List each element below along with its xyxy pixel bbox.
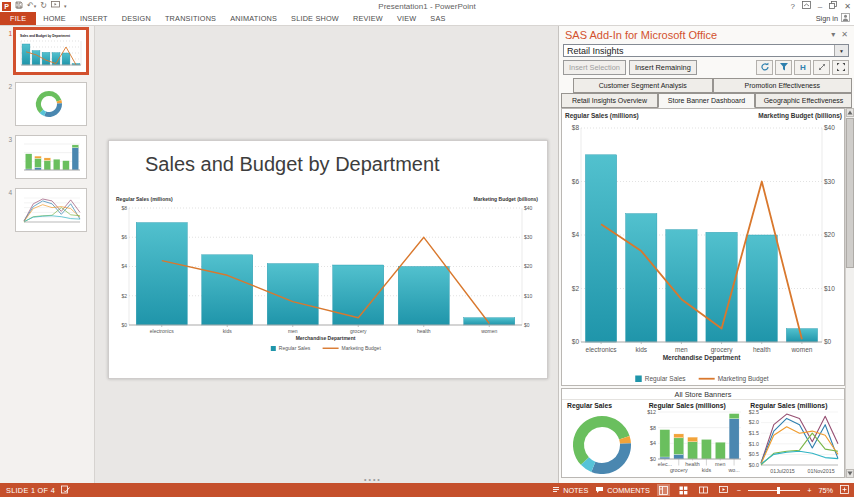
tab-view[interactable]: VIEW [390, 12, 423, 25]
resize-icon[interactable] [813, 60, 830, 75]
tab-animations[interactable]: ANIMATIONS [223, 12, 284, 25]
expand-icon[interactable] [832, 60, 849, 75]
thumbnail-image[interactable] [15, 82, 87, 126]
svg-text:01Nov2015: 01Nov2015 [808, 468, 835, 474]
mini-chart-title: Regular Sales (millions) [750, 402, 844, 409]
svg-text:$1.5: $1.5 [749, 430, 759, 436]
slide-sorter-view-button[interactable] [677, 484, 690, 496]
sign-in[interactable]: Sign in [816, 12, 854, 25]
thumbnail-slide-3[interactable]: 3 [3, 135, 90, 179]
svg-text:01Jul2015: 01Jul2015 [771, 468, 796, 474]
svg-text:$4: $4 [650, 440, 656, 446]
tab-file[interactable]: FILE [0, 12, 36, 25]
minimize-icon[interactable]: – [818, 2, 822, 11]
thumbnail-image[interactable] [15, 188, 87, 232]
slideshow-view-button[interactable] [717, 484, 730, 496]
svg-text:Marketing Budget (billions): Marketing Budget (billions) [758, 112, 842, 120]
spellcheck-icon[interactable] [61, 485, 70, 496]
dropdown-arrow-icon[interactable]: ▼ [834, 45, 848, 56]
svg-text:kids: kids [223, 328, 232, 334]
svg-text:Merchandise Department: Merchandise Department [296, 335, 356, 341]
mini-bar-chart[interactable]: Regular Sales (millions) $0$4$8$12elec..… [644, 400, 746, 479]
properties-icon[interactable]: H [794, 60, 811, 75]
thumbnail-image[interactable]: Sales and Budget by Department [15, 29, 87, 73]
scroll-down-icon[interactable] [846, 469, 854, 478]
notes-button[interactable]: NOTES [552, 486, 588, 495]
svg-text:health: health [417, 328, 431, 334]
notes-icon [552, 486, 560, 494]
scrollbar-thumb[interactable] [846, 118, 854, 268]
fit-slide-button[interactable] [840, 485, 849, 496]
slide-title[interactable]: Sales and Budget by Department [145, 153, 440, 176]
tab-insert[interactable]: INSERT [73, 12, 115, 25]
powerpoint-window: P ↶▾ ↻ ▾ Presentation1 - PowerPoint ? – … [0, 0, 854, 497]
tab-sas[interactable]: SAS [423, 12, 452, 25]
zoom-slider-thumb[interactable] [777, 487, 780, 494]
refresh-icon[interactable] [756, 60, 773, 75]
report-selector[interactable]: Retail Insights ▼ [563, 44, 849, 57]
mini-line-chart[interactable]: Regular Sales (millions) $0.0$0.5$1.0$1.… [745, 400, 844, 479]
normal-view-button[interactable] [657, 484, 670, 496]
comments-button[interactable]: COMMENTS [595, 486, 650, 495]
slide-chart[interactable]: $0$0$2$10$4$20$6$30$8$40electronicskidsm… [115, 195, 539, 357]
thumbnail-number: 4 [3, 188, 15, 232]
svg-text:$8: $8 [121, 205, 127, 211]
zoom-level[interactable]: 75% [818, 486, 833, 495]
svg-text:kids: kids [701, 467, 711, 473]
thumbnail-slide-4[interactable]: 4 [3, 188, 90, 232]
svg-text:health: health [753, 346, 771, 353]
svg-text:men: men [288, 328, 298, 334]
tab-review[interactable]: REVIEW [346, 12, 390, 25]
svg-text:$20: $20 [824, 231, 835, 238]
zoom-in-button[interactable]: + [807, 486, 811, 495]
notes-label: NOTES [563, 486, 588, 495]
restore-icon[interactable] [829, 1, 837, 11]
thumbnail-image[interactable] [15, 135, 87, 179]
banners-title: All Store Banners [562, 389, 844, 400]
scroll-up-icon[interactable] [846, 108, 854, 117]
comments-label: COMMENTS [607, 486, 650, 495]
ribbon-display-options-icon[interactable] [802, 1, 811, 11]
tab-geographic-effectiveness[interactable]: Geographic Effectiveness [755, 93, 852, 108]
thumbnail-slide-1[interactable]: 1 Sales and Budget by Department [3, 29, 90, 73]
svg-text:$8: $8 [572, 124, 580, 131]
svg-text:$8: $8 [650, 425, 656, 431]
svg-text:H: H [800, 63, 806, 72]
sas-panel: SAS Add-In for Microsoft Office ▾ ✕ Reta… [558, 26, 854, 483]
svg-text:Regular Sales (millions): Regular Sales (millions) [116, 196, 173, 202]
dashboard-main-chart[interactable]: $0$0$2$10$4$20$6$30$8$40electronicskidsm… [561, 108, 845, 386]
tab-slide-show[interactable]: SLIDE SHOW [284, 12, 346, 25]
tab-promotion-effectiveness[interactable]: Promotion Effectiveness [713, 78, 853, 93]
insert-selection-button[interactable]: Insert Selection [563, 60, 626, 75]
all-store-banners-section: All Store Banners Regular Sales Regular … [561, 388, 845, 478]
zoom-slider[interactable] [748, 490, 800, 491]
close-icon[interactable]: ✕ [844, 2, 851, 11]
slide-indicator[interactable]: SLIDE 1 OF 4 [6, 486, 55, 495]
help-icon[interactable]: ? [790, 2, 794, 11]
title-bar: P ↶▾ ↻ ▾ Presentation1 - PowerPoint ? – … [0, 0, 854, 12]
svg-text:Marketing Budget: Marketing Budget [718, 375, 769, 383]
tab-design[interactable]: DESIGN [115, 12, 158, 25]
notes-splitter[interactable]: •••• [364, 476, 382, 483]
pane-options-icon[interactable]: ▾ [831, 30, 835, 39]
slide-canvas[interactable]: Sales and Budget by Department $0$0$2$10… [108, 140, 548, 379]
tab-retail-insights-overview[interactable]: Retail Insights Overview [561, 93, 658, 108]
insert-remaining-button[interactable]: Insert Remaining [629, 60, 697, 75]
scrollbar-vertical[interactable] [845, 108, 854, 478]
tab-home[interactable]: HOME [36, 12, 73, 25]
status-bar: SLIDE 1 OF 4 NOTES COMMENTS − + 75% [0, 483, 854, 497]
svg-text:health: health [685, 461, 699, 467]
thumbnail-slide-2[interactable]: 2 [3, 82, 90, 126]
tab-transitions[interactable]: TRANSITIONS [158, 12, 223, 25]
tab-store-banner-dashboard[interactable]: Store Banner Dashboard [658, 93, 755, 108]
svg-text:Marketing Budget (billions): Marketing Budget (billions) [474, 196, 539, 202]
pane-close-icon[interactable]: ✕ [841, 30, 848, 39]
sas-panel-title: SAS Add-In for Microsoft Office [565, 29, 717, 41]
svg-text:grocery: grocery [670, 467, 688, 473]
svg-text:$0: $0 [650, 456, 656, 462]
reading-view-button[interactable] [697, 484, 710, 496]
mini-donut-chart[interactable]: Regular Sales [562, 400, 644, 479]
filter-icon[interactable] [775, 60, 792, 75]
zoom-out-button[interactable]: − [737, 486, 741, 495]
tab-customer-segment-analysis[interactable]: Customer Segment Analysis [573, 78, 713, 93]
